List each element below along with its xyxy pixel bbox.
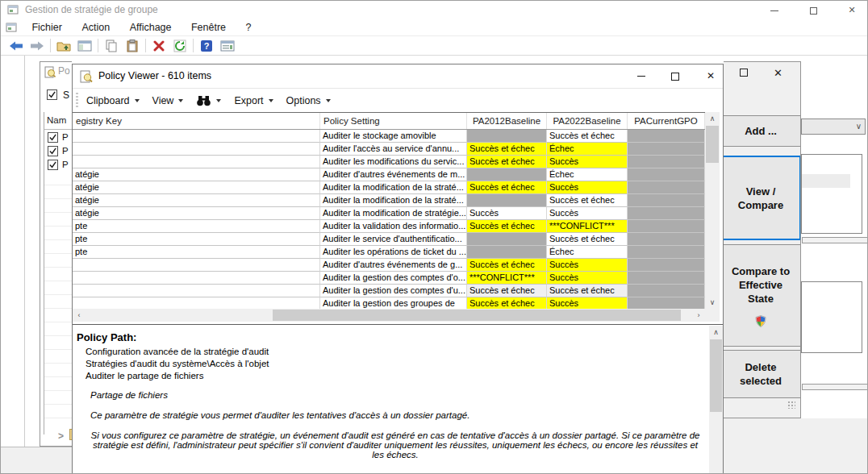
table-cell[interactable]: Auditer d'autres événements de m... — [320, 168, 467, 181]
table-cell[interactable] — [73, 272, 320, 285]
table-cell[interactable] — [73, 143, 320, 156]
table-cell[interactable] — [628, 168, 705, 181]
table-cell[interactable] — [628, 220, 705, 233]
menu-item-fenetre[interactable]: Fenêtre — [183, 19, 234, 36]
list-highlight-row[interactable] — [802, 174, 850, 188]
scrollbar-thumb[interactable] — [710, 339, 722, 412]
table-row[interactable]: pteAuditer les opérations de ticket du .… — [73, 246, 705, 259]
table-row[interactable]: Auditer la gestion des groupes deSuccès … — [73, 297, 705, 309]
viewer-minimize-button[interactable] — [629, 64, 653, 88]
close-button[interactable]: ✕ — [838, 1, 866, 19]
column-header-registry-key[interactable]: egistry Key — [73, 113, 320, 129]
view-compare-button[interactable]: View / Compare — [724, 156, 801, 240]
table-cell[interactable]: Échec — [547, 143, 628, 156]
table-cell[interactable] — [73, 285, 320, 297]
table-cell[interactable]: atégie — [73, 194, 320, 207]
table-cell[interactable]: atégie — [73, 168, 320, 181]
forward-button[interactable] — [27, 38, 48, 54]
table-cell[interactable]: Succès — [547, 297, 628, 309]
table-cell[interactable] — [628, 246, 705, 259]
table-cell[interactable] — [628, 207, 705, 220]
column-header-pacurrentgpo[interactable]: PACurrentGPO — [628, 113, 705, 129]
maximize-button[interactable] — [799, 1, 827, 19]
scroll-up-icon[interactable]: ∧ — [709, 326, 723, 339]
table-cell[interactable] — [628, 297, 705, 309]
table-cell[interactable] — [73, 259, 320, 272]
table-cell[interactable] — [628, 130, 705, 143]
scroll-down-icon[interactable]: ∨ — [705, 296, 720, 309]
analyzer-close-button[interactable]: ✕ — [774, 67, 782, 79]
policy-row-checkbox[interactable] — [48, 132, 58, 143]
path-panel-scrollbar[interactable]: ∧ — [709, 326, 723, 474]
table-cell[interactable] — [628, 181, 705, 194]
table-cell[interactable] — [628, 259, 705, 272]
table-cell[interactable] — [467, 233, 547, 246]
policy-row-checkbox[interactable] — [48, 160, 58, 170]
table-cell[interactable] — [628, 233, 705, 246]
expand-chevron-icon[interactable]: > — [58, 430, 64, 442]
table-cell[interactable]: ***CONFLICT*** — [547, 220, 628, 233]
table-cell[interactable]: Succès et échec — [547, 194, 628, 207]
paste-button[interactable] — [122, 38, 143, 54]
table-cell[interactable]: Auditer le service d'authentificatio... — [320, 233, 467, 246]
table-cell[interactable]: Succès et échec — [467, 259, 547, 272]
table-cell[interactable] — [467, 168, 547, 181]
column-header-policy-setting[interactable]: Policy Setting — [320, 113, 467, 129]
export-menu[interactable]: Export — [226, 89, 278, 112]
menu-item-action[interactable]: Action — [73, 19, 118, 36]
table-cell[interactable]: Auditer la modification de la straté... — [320, 194, 467, 207]
view-menu[interactable]: View — [144, 89, 189, 112]
scrollbar-thumb[interactable] — [706, 126, 719, 163]
refresh-button[interactable] — [169, 38, 190, 54]
table-row[interactable]: Auditer la gestion des comptes d'u...Suc… — [73, 285, 705, 297]
table-cell[interactable]: Succès et échec — [467, 220, 547, 233]
table-row[interactable]: atégieAuditer la modification de la stra… — [73, 181, 705, 194]
table-cell[interactable]: atégie — [73, 181, 320, 194]
table-cell[interactable]: ***CONFLICT*** — [467, 272, 547, 285]
menu-item-aide[interactable]: ? — [238, 19, 260, 36]
column-header-pa2012baseline[interactable]: PA2012Baseline — [467, 113, 547, 129]
table-cell[interactable] — [467, 194, 547, 207]
scroll-right-icon[interactable]: › — [692, 309, 705, 322]
table-row[interactable]: atégieAuditer la modification de la stra… — [73, 194, 705, 207]
content-dropdown[interactable]: ∨ — [801, 118, 866, 135]
menu-item-affichage[interactable]: Affichage — [122, 19, 180, 36]
policy-row-checkbox[interactable] — [48, 146, 58, 156]
list-box-top[interactable] — [801, 154, 862, 234]
table-cell[interactable]: Auditer le stockage amovible — [320, 130, 467, 143]
table-row[interactable]: atégieAuditer la modification de stratég… — [73, 207, 705, 220]
select-all-checkbox[interactable] — [47, 89, 57, 100]
table-cell[interactable]: Échec — [547, 168, 628, 181]
table-row[interactable]: Auditer les modifications du servic...Su… — [73, 156, 705, 168]
viewer-maximize-button[interactable] — [663, 64, 687, 88]
up-one-level-button[interactable] — [53, 38, 74, 54]
table-cell[interactable] — [628, 143, 705, 156]
table-cell[interactable]: Auditer d'autres événements de g... — [320, 259, 467, 272]
delete-selected-button[interactable]: Delete selected — [724, 350, 801, 398]
clipboard-menu[interactable]: Clipboard — [78, 89, 144, 112]
resize-grip[interactable] — [787, 401, 795, 409]
table-cell[interactable]: Succès et échec — [467, 297, 547, 309]
table-cell[interactable]: Auditer l'accès au service d'annu... — [320, 143, 467, 156]
table-cell[interactable]: Succès — [547, 272, 628, 285]
table-row[interactable]: pteAuditer le service d'authentificatio.… — [73, 233, 705, 246]
scroll-up-icon[interactable]: ∧ — [705, 112, 720, 125]
options-menu[interactable]: Options — [278, 89, 336, 112]
table-cell[interactable] — [467, 246, 547, 259]
table-cell[interactable]: Succès et échec — [547, 130, 628, 143]
grid-horizontal-scrollbar[interactable]: ‹ › — [73, 309, 705, 322]
table-row[interactable]: Auditer l'accès au service d'annu...Succ… — [73, 143, 705, 156]
table-cell[interactable] — [73, 297, 320, 309]
table-cell[interactable] — [628, 156, 705, 168]
table-cell[interactable]: Auditer la gestion des comptes d'o... — [320, 272, 467, 285]
table-cell[interactable]: atégie — [73, 207, 320, 220]
table-cell[interactable]: Succès et échec — [547, 233, 628, 246]
minimize-button[interactable] — [761, 1, 788, 19]
table-cell[interactable]: Auditer la modification de la straté... — [320, 181, 467, 194]
table-row[interactable]: atégieAuditer d'autres événements de m..… — [73, 168, 705, 181]
table-cell[interactable] — [467, 130, 547, 143]
menu-item-fichier[interactable]: Fichier — [23, 19, 70, 36]
table-cell[interactable]: Succès — [547, 259, 628, 272]
table-row[interactable]: Auditer le stockage amovibleSuccès et éc… — [73, 130, 705, 143]
table-cell[interactable]: Succès et échec — [467, 181, 547, 194]
